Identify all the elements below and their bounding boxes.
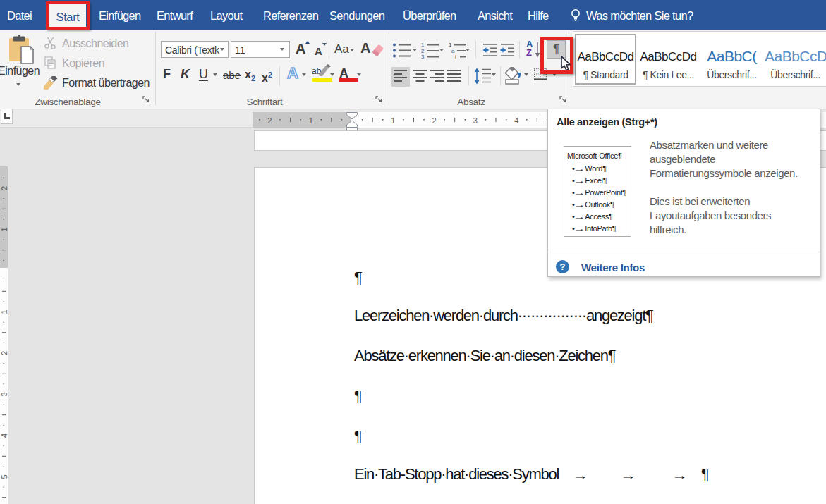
svg-text:?: ? [560, 262, 566, 272]
svg-text:3: 3 [0, 392, 8, 396]
svg-text:1: 1 [309, 116, 313, 125]
svg-text:2: 2 [432, 116, 437, 125]
svg-text:i: i [455, 54, 456, 60]
svg-text:1: 1 [0, 309, 8, 314]
svg-text:4: 4 [0, 434, 8, 438]
svg-text:3: 3 [473, 116, 478, 125]
svg-text:3: 3 [421, 54, 425, 60]
svg-text:4: 4 [514, 116, 518, 125]
svg-text:2: 2 [267, 116, 272, 125]
svg-text:2: 2 [0, 186, 8, 190]
svg-text:2: 2 [0, 351, 8, 355]
svg-text:1: 1 [391, 116, 395, 125]
svg-text:5: 5 [0, 474, 8, 479]
svg-text:1: 1 [0, 227, 8, 231]
